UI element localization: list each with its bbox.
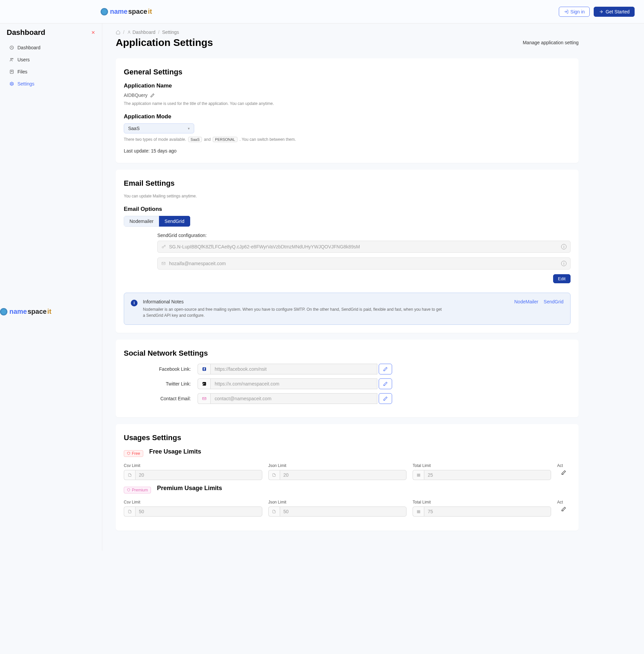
breadcrumb: / Dashboard / Settings bbox=[116, 29, 579, 35]
sidebar-item-label: Settings bbox=[18, 81, 34, 87]
edit-icon[interactable] bbox=[150, 93, 155, 98]
file-icon bbox=[268, 470, 280, 480]
json-limit-label: Json Limit bbox=[268, 463, 407, 468]
sidebar-item-dashboard[interactable]: Dashboard bbox=[0, 42, 102, 54]
edit-icon bbox=[561, 470, 566, 475]
premium-tag-label: Premium bbox=[132, 488, 148, 492]
files-icon bbox=[9, 69, 14, 74]
close-icon[interactable]: ✕ bbox=[91, 30, 95, 35]
home-icon bbox=[116, 30, 120, 34]
csv-limit-label: Csv Limit bbox=[124, 463, 262, 468]
app-name-value: AIDBQuery bbox=[124, 93, 147, 98]
breadcrumb-label: Dashboard bbox=[133, 29, 156, 35]
logo-secondary[interactable]: namespace it bbox=[0, 308, 102, 315]
logo-icon bbox=[101, 8, 108, 16]
twitter-icon bbox=[198, 379, 210, 389]
json-limit-label: Json Limit bbox=[268, 500, 407, 505]
mode-and: and bbox=[204, 137, 211, 142]
chevron-down-icon: ▾ bbox=[188, 126, 190, 131]
gear-icon bbox=[9, 81, 14, 86]
svg-point-10 bbox=[162, 246, 163, 248]
breadcrumb-sep: / bbox=[123, 29, 124, 35]
contact-email-edit-button[interactable] bbox=[379, 393, 392, 404]
arrow-right-icon bbox=[599, 9, 603, 14]
alert-title: Informational Notes bbox=[143, 299, 509, 305]
app-name-help: The application name is used for the tit… bbox=[124, 101, 571, 106]
sidebar-item-files[interactable]: Files bbox=[0, 66, 102, 78]
contact-email-label: Contact Email: bbox=[124, 396, 198, 401]
stack-icon bbox=[413, 507, 424, 516]
sidebar-item-users[interactable]: Users bbox=[0, 54, 102, 66]
info-icon[interactable]: i bbox=[561, 261, 567, 266]
signin-label: Sign in bbox=[571, 9, 585, 15]
usages-heading: Usages Settings bbox=[124, 433, 571, 442]
free-csv-input bbox=[135, 470, 262, 480]
signin-button[interactable]: Sign in bbox=[559, 7, 590, 17]
svg-rect-23 bbox=[417, 511, 420, 512]
file-icon bbox=[124, 470, 135, 480]
login-icon bbox=[564, 9, 569, 14]
email-option-sendgrid[interactable]: SendGrid bbox=[159, 216, 190, 226]
get-started-button[interactable]: Get Started bbox=[594, 7, 635, 17]
facebook-icon bbox=[198, 364, 210, 374]
sidebar: Dashboard ✕ Dashboard Users Files Settin… bbox=[0, 23, 102, 551]
prem-total-input bbox=[424, 507, 551, 516]
twitter-edit-button[interactable] bbox=[379, 379, 392, 389]
free-title: Free Usage Limits bbox=[149, 448, 201, 455]
breadcrumb-dashboard[interactable]: Dashboard bbox=[127, 29, 156, 35]
alert-link-nodemailer[interactable]: NodeMailer bbox=[514, 299, 538, 305]
logo[interactable]: namespace it bbox=[101, 8, 152, 16]
csv-limit-label: Csv Limit bbox=[124, 500, 262, 505]
breadcrumb-home[interactable] bbox=[116, 30, 120, 34]
email-settings-card: Email Settings You can update Mailing se… bbox=[116, 170, 579, 333]
facebook-input bbox=[210, 364, 377, 374]
mode-tag-saas: SaaS bbox=[188, 137, 202, 142]
edit-icon bbox=[383, 367, 388, 371]
logo-icon bbox=[0, 308, 7, 315]
alert-desc: Nodemailer is an open-source and free ma… bbox=[143, 307, 445, 318]
premium-tag: Premium bbox=[124, 487, 151, 493]
shield-icon bbox=[127, 488, 131, 492]
info-icon: i bbox=[131, 300, 138, 307]
email-options-segment: Nodemailer SendGrid bbox=[124, 216, 190, 226]
twitter-label: Twitter Link: bbox=[124, 381, 198, 387]
svg-point-4 bbox=[13, 58, 13, 59]
email-help: You can update Mailing settings anytime. bbox=[124, 194, 571, 198]
prem-json-input bbox=[280, 507, 407, 516]
svg-rect-14 bbox=[202, 382, 206, 386]
prem-edit-button[interactable] bbox=[557, 507, 571, 513]
edit-icon bbox=[383, 396, 388, 401]
sidebar-item-settings[interactable]: Settings bbox=[0, 78, 102, 90]
get-started-label: Get Started bbox=[605, 9, 629, 15]
logo-text-it: it bbox=[148, 8, 152, 16]
shield-icon bbox=[127, 452, 131, 455]
sidebar-item-label: Users bbox=[18, 57, 30, 62]
from-email-input bbox=[157, 258, 571, 269]
mode-select[interactable]: SaaS ▾ bbox=[124, 123, 194, 134]
sidebar-title: Dashboard bbox=[7, 28, 45, 37]
logo-text-it: it bbox=[47, 308, 51, 315]
file-icon bbox=[124, 507, 135, 516]
breadcrumb-current: Settings bbox=[162, 29, 179, 35]
stack-icon bbox=[413, 470, 424, 480]
email-edit-button[interactable]: Edit bbox=[553, 274, 571, 283]
mode-help-post: . You can switch between them. bbox=[239, 137, 296, 142]
logo-text-name: name bbox=[9, 308, 27, 315]
email-option-nodemailer[interactable]: Nodemailer bbox=[124, 216, 159, 226]
svg-point-9 bbox=[129, 31, 130, 32]
last-update: Last update: 15 days ago bbox=[124, 148, 571, 153]
social-heading: Social Network Settings bbox=[124, 349, 571, 358]
sidebar-item-label: Files bbox=[18, 69, 27, 74]
alert-link-sendgrid[interactable]: SendGrid bbox=[544, 299, 564, 305]
email-heading: Email Settings bbox=[124, 179, 571, 188]
free-edit-button[interactable] bbox=[557, 470, 571, 477]
sidebar-item-label: Dashboard bbox=[18, 45, 41, 50]
logo-text-name: name bbox=[110, 8, 128, 16]
sendgrid-config-label: SendGrid configuration: bbox=[157, 233, 571, 238]
main-content: / Dashboard / Settings Application Setti… bbox=[102, 23, 592, 551]
facebook-edit-button[interactable] bbox=[379, 364, 392, 374]
info-icon[interactable]: i bbox=[561, 244, 567, 249]
total-limit-label: Total Limit bbox=[413, 463, 551, 468]
edit-icon bbox=[383, 382, 388, 386]
total-limit-label: Total Limit bbox=[413, 500, 551, 505]
